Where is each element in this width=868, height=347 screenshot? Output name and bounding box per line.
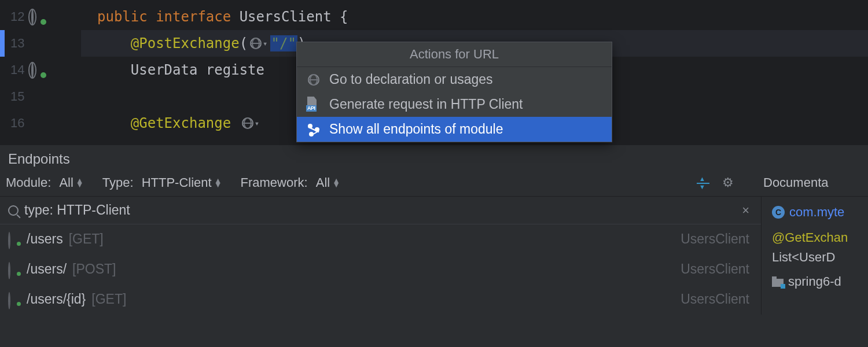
endpoint-method: [GET] <box>69 231 104 247</box>
annotation: @GetExchange <box>131 115 231 131</box>
clear-search-icon[interactable]: × <box>738 203 753 218</box>
module-filter[interactable]: Module: All ▲▼ <box>6 175 84 190</box>
endpoint-path: /users/ <box>27 261 67 277</box>
endpoint-row[interactable]: /users/{id} [GET] UsersClient <box>0 285 761 315</box>
popup-item-label: Go to declaration or usages <box>329 72 493 87</box>
filter-value: HTTP-Client <box>142 175 212 190</box>
popup-title: Actions for URL <box>297 42 612 67</box>
endpoint-path: /users/{id} <box>27 291 86 307</box>
doc-sig-row: List<UserD <box>772 248 868 267</box>
globe-icon[interactable] <box>31 10 45 24</box>
current-line-marker <box>0 30 5 57</box>
code-line[interactable]: public interface UsersClient { <box>81 3 868 30</box>
filter-label: Framework: <box>241 175 308 190</box>
line-number: 13 <box>10 36 24 51</box>
documentation-tab-label[interactable]: Documenta <box>763 175 829 190</box>
documentation-panel: C com.myte @GetExchan List<UserD spring6… <box>761 197 868 315</box>
search-row: × <box>0 197 761 224</box>
keyword: public <box>97 9 148 25</box>
string-literal: "/" <box>270 35 297 51</box>
popup-item-goto-declaration[interactable]: Go to declaration or usages <box>297 67 612 92</box>
type-name: UserData <box>131 62 198 78</box>
endpoint-client: UsersClient <box>681 291 753 307</box>
class-icon: C <box>772 206 785 219</box>
editor-gutter: 12 13 14 15 16 <box>0 0 81 145</box>
gutter-line: 14 <box>0 57 81 83</box>
annotation: @PostExchange <box>131 35 240 51</box>
gutter-line: 13 <box>0 30 81 57</box>
expand-all-icon[interactable] <box>696 176 710 190</box>
endpoints-icon <box>306 122 321 137</box>
tool-window-filters: Module: All ▲▼ Type: HTTP-Client ▲▼ Fram… <box>0 173 868 197</box>
endpoint-method: [GET] <box>91 291 126 307</box>
doc-signature: List<UserD <box>772 250 835 265</box>
popup-item-show-endpoints[interactable]: Show all endpoints of module <box>297 117 612 142</box>
type-filter[interactable]: Type: HTTP-Client ▲▼ <box>102 175 222 190</box>
doc-class-row[interactable]: C com.myte <box>772 202 868 222</box>
filter-value: All <box>59 175 73 190</box>
popup-item-label: Generate request in HTTP Client <box>329 97 523 112</box>
endpoints-tool-window: Endpoints Module: All ▲▼ Type: HTTP-Clie… <box>0 145 868 315</box>
paren: ( <box>240 35 248 51</box>
globe-icon[interactable] <box>31 63 45 77</box>
endpoint-client: UsersClient <box>681 231 753 247</box>
filter-value: All <box>316 175 330 190</box>
globe-icon <box>306 72 321 87</box>
gutter-line: 12 <box>0 3 81 30</box>
popup-item-label: Show all endpoints of module <box>329 121 503 137</box>
endpoint-row[interactable]: /users/ [POST] UsersClient <box>0 254 761 285</box>
endpoint-icon <box>8 263 21 276</box>
endpoints-list: × /users [GET] UsersClient /users/ [POST… <box>0 197 761 315</box>
endpoint-client: UsersClient <box>681 261 753 277</box>
line-number: 16 <box>10 116 24 131</box>
gear-icon[interactable]: ⚙ <box>722 176 734 189</box>
doc-module-name: spring6-d <box>788 274 841 289</box>
popup-item-generate-request[interactable]: API Generate request in HTTP Client <box>297 92 612 117</box>
search-input[interactable] <box>24 202 733 218</box>
endpoint-path: /users <box>27 231 63 247</box>
search-icon <box>8 205 19 216</box>
doc-annotation: @GetExchan <box>772 230 848 245</box>
endpoint-row[interactable]: /users [GET] UsersClient <box>0 224 761 254</box>
filter-label: Type: <box>102 175 134 190</box>
framework-filter[interactable]: Framework: All ▲▼ <box>241 175 341 190</box>
chevron-updown-icon: ▲▼ <box>76 179 84 187</box>
doc-module-row[interactable]: spring6-d <box>772 272 868 291</box>
api-file-icon: API <box>306 97 321 112</box>
class-name: UsersClient <box>240 9 332 25</box>
keyword: interface <box>156 9 231 25</box>
url-globe-icon[interactable]: ▾ <box>240 117 262 129</box>
url-actions-popup: Actions for URL Go to declaration or usa… <box>296 42 612 142</box>
method-name: registe <box>206 62 264 78</box>
line-number: 12 <box>10 9 24 24</box>
endpoint-icon <box>8 293 21 306</box>
brace: { <box>340 9 348 25</box>
filter-label: Module: <box>6 175 51 190</box>
doc-anno-row: @GetExchan <box>772 228 868 248</box>
tool-window-title: Endpoints <box>0 145 868 173</box>
line-number: 14 <box>10 62 24 77</box>
module-folder-icon <box>772 279 784 287</box>
package-link: com.myte <box>789 205 844 220</box>
chevron-updown-icon: ▲▼ <box>214 179 222 187</box>
gutter-line: 16 <box>0 110 81 136</box>
endpoint-icon <box>8 233 21 246</box>
url-globe-icon[interactable]: ▾ <box>248 38 270 49</box>
gutter-line: 15 <box>0 83 81 110</box>
chevron-updown-icon: ▲▼ <box>332 179 340 187</box>
line-number: 15 <box>10 89 24 104</box>
endpoint-method: [POST] <box>72 261 116 277</box>
